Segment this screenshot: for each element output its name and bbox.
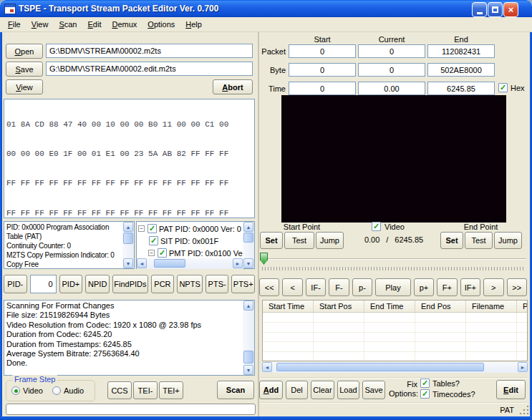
pmt-checkbox[interactable]: ✓	[158, 248, 167, 258]
tables-checkbox[interactable]: ✓ Tables?	[420, 379, 460, 388]
table-header[interactable]: End Time	[364, 301, 415, 312]
scroll-down-icon[interactable]: ▼	[243, 365, 253, 375]
menu-scan[interactable]: Scan	[54, 19, 82, 30]
ccs-button[interactable]: CCS	[107, 381, 132, 399]
end-set-button[interactable]: Set	[440, 232, 463, 249]
table-row[interactable]	[263, 342, 527, 352]
play-button[interactable]: Play	[375, 278, 411, 296]
table-row[interactable]	[263, 333, 527, 343]
scroll-up-icon[interactable]: ▲	[243, 222, 253, 232]
edit-button[interactable]: Edit	[496, 380, 526, 399]
frame-forward-button[interactable]: F+	[437, 278, 457, 296]
open-button[interactable]: Open	[6, 44, 43, 59]
byte-start-input[interactable]: 0	[289, 63, 356, 77]
packet-back-button[interactable]: p-	[352, 278, 372, 296]
resize-grip[interactable]	[520, 406, 529, 415]
pts-plus-button[interactable]: PTS+	[231, 275, 255, 293]
table-row[interactable]	[263, 313, 527, 323]
rewind-fast-button[interactable]: <<	[259, 278, 279, 296]
forward-button[interactable]: >	[483, 278, 503, 296]
scan-button[interactable]: Scan	[217, 381, 254, 399]
minimize-button[interactable]	[472, 2, 487, 17]
sit-checkbox[interactable]: ✓	[149, 236, 158, 245]
video-checkbox[interactable]: ✓ Video	[372, 222, 405, 231]
time-start-input[interactable]: 0	[289, 82, 356, 95]
table-header[interactable]: Start Pos	[314, 301, 364, 312]
save-path-input[interactable]: G:\BDMV\STREAM\00002.edit.m2ts	[46, 62, 253, 76]
start-jump-button[interactable]: Jump	[316, 232, 344, 249]
save-button[interactable]: Save	[6, 62, 43, 77]
pid-tree-hscrollbar[interactable]: ◄ ►	[137, 258, 243, 269]
open-path-input[interactable]: G:\BDMV\STREAM\00002.m2ts	[46, 44, 253, 58]
table-header[interactable]: Pl	[517, 301, 528, 312]
pid-tree-vscrollbar[interactable]: ▲ ▼	[243, 222, 254, 268]
table-row[interactable]	[263, 323, 527, 333]
findpids-button[interactable]: FindPIDs	[112, 275, 147, 293]
menu-view[interactable]: View	[26, 19, 54, 30]
scroll-left-icon[interactable]: ◄	[262, 362, 272, 372]
scroll-thumb[interactable]	[243, 351, 253, 363]
clear-button[interactable]: Clear	[311, 381, 334, 399]
table-header[interactable]: Start Time	[263, 301, 314, 312]
seek-slider-track[interactable]	[261, 258, 526, 260]
maximize-button[interactable]	[488, 2, 503, 17]
time-end-input[interactable]: 6245.85	[427, 82, 495, 95]
menu-help[interactable]: Help	[180, 19, 207, 30]
add-button[interactable]: Add	[259, 381, 283, 399]
abort-button[interactable]: Abort	[213, 79, 253, 94]
tree-node-pat[interactable]: − ✓ PAT PID: 0x0000 Ver: 0 TS ID	[138, 223, 254, 235]
tei-minus-button[interactable]: TEI-	[133, 381, 158, 399]
close-button[interactable]: ×	[503, 2, 518, 17]
forward-fast-button[interactable]: >>	[507, 278, 527, 296]
hex-checkbox[interactable]: ✓ Hex	[498, 83, 525, 92]
scroll-down-icon[interactable]: ▼	[123, 258, 133, 268]
save-list-button[interactable]: Save	[362, 381, 385, 399]
start-set-button[interactable]: Set	[260, 232, 283, 249]
packet-current-input[interactable]: 0	[358, 44, 425, 58]
timecodes-checkbox[interactable]: ✓ Timecodes?	[420, 389, 475, 399]
title-bar[interactable]: TSPE - Transport Stream Packet Editor Ve…	[0, 0, 532, 17]
packet-forward-button[interactable]: p+	[414, 278, 434, 296]
scroll-up-icon[interactable]: ▲	[123, 222, 133, 232]
time-current-input[interactable]: 0.00	[358, 82, 425, 95]
pts-minus-button[interactable]: PTS-	[205, 275, 229, 293]
pat-checkbox[interactable]: ✓	[147, 224, 157, 233]
pid-input[interactable]: 0	[30, 275, 57, 293]
del-button[interactable]: Del	[286, 381, 308, 399]
pcr-button[interactable]: PCR	[151, 275, 175, 293]
start-test-button[interactable]: Test	[284, 232, 314, 249]
scroll-up-icon[interactable]: ▲	[243, 301, 253, 311]
npid-button[interactable]: NPID	[85, 275, 110, 293]
seek-slider-thumb[interactable]	[260, 253, 268, 265]
frame-back-button[interactable]: F-	[329, 278, 349, 296]
menu-options[interactable]: Options	[142, 19, 180, 30]
menu-file[interactable]: File	[3, 19, 26, 30]
scroll-right-icon[interactable]: ►	[233, 258, 243, 268]
iframe-forward-button[interactable]: IF+	[460, 278, 480, 296]
end-jump-button[interactable]: Jump	[494, 232, 522, 249]
collapse-icon[interactable]: −	[138, 225, 145, 232]
frame-step-video-radio[interactable]: Video	[11, 386, 43, 395]
table-hscrollbar[interactable]: ◄ ►	[262, 362, 528, 373]
tei-plus-button[interactable]: TEI+	[159, 381, 183, 399]
load-button[interactable]: Load	[337, 381, 359, 399]
scroll-thumb[interactable]	[123, 233, 133, 244]
table-header[interactable]: End Pos	[415, 301, 466, 312]
scroll-thumb[interactable]	[276, 363, 484, 371]
frame-step-audio-radio[interactable]: Audio	[52, 386, 84, 395]
menu-demux[interactable]: Demux	[107, 19, 142, 30]
pid-plus-button[interactable]: PID+	[59, 275, 83, 293]
hex-editor[interactable]: 01 8A CD 88 47 40 00 10 00 00 B0 11 00 0…	[4, 99, 255, 218]
scroll-thumb[interactable]	[154, 259, 185, 268]
scroll-down-icon[interactable]: ▼	[243, 258, 253, 268]
menu-edit[interactable]: Edit	[83, 19, 107, 30]
packet-info-scrollbar[interactable]: ▲ ▼	[122, 222, 134, 268]
byte-end-input[interactable]: 502AE8000	[427, 63, 495, 77]
iframe-back-button[interactable]: IF-	[306, 278, 326, 296]
tree-node-sit[interactable]: ✓ SIT PID: 0x001F	[138, 235, 254, 247]
table-row[interactable]	[263, 352, 527, 361]
scroll-thumb[interactable]	[243, 233, 253, 243]
view-button[interactable]: View	[6, 79, 43, 94]
packet-end-input[interactable]: 112082431	[427, 44, 495, 58]
scroll-right-icon[interactable]: ►	[518, 362, 528, 372]
